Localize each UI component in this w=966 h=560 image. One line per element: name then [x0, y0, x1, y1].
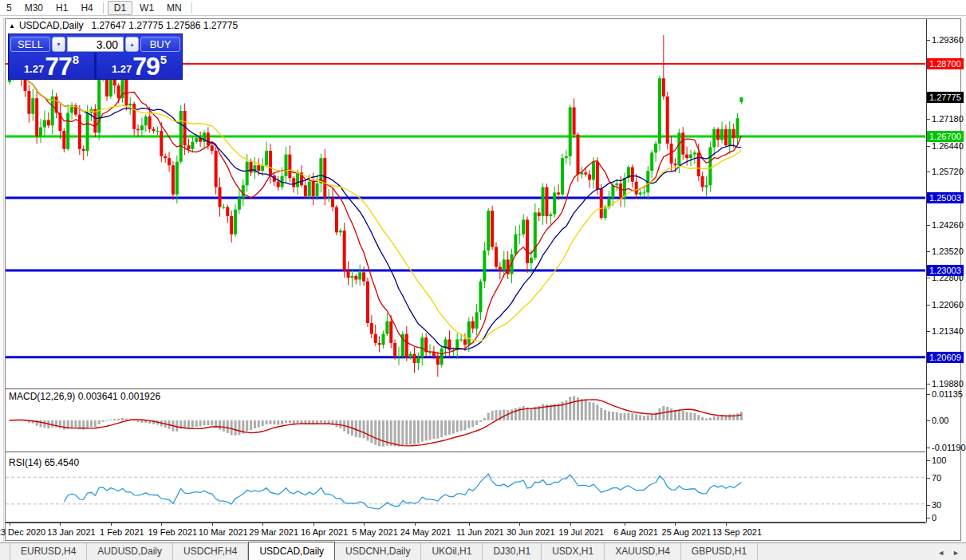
candle-body: [350, 276, 353, 278]
candle-body: [136, 129, 140, 130]
candle-body: [708, 148, 712, 186]
candle-body: [697, 152, 700, 176]
candle-body: [370, 323, 373, 334]
timeframe-button-d1[interactable]: D1: [108, 1, 132, 15]
tab-xauusd-h4[interactable]: XAUUSD,H4: [605, 543, 681, 560]
date-axis-label: 29 Mar 2021: [249, 527, 298, 537]
candle-body: [514, 235, 517, 254]
timeframe-button-m30[interactable]: M30: [19, 2, 49, 14]
tab-gbpusd-h1[interactable]: GBPUSD,H1: [681, 543, 758, 560]
collapse-icon[interactable]: ▲: [9, 22, 15, 30]
date-axis[interactable]: 23 Dec 202013 Jan 20211 Feb 202119 Feb 2…: [6, 523, 926, 540]
candle-body: [522, 219, 525, 234]
macd-hist-bar: [359, 420, 361, 438]
sell-button[interactable]: SELL: [10, 37, 50, 52]
sell-price[interactable]: 1.27 77 8: [9, 53, 94, 79]
macd-hist-bar: [137, 420, 140, 422]
buy-button[interactable]: BUY: [140, 37, 180, 52]
macd-hist-bar: [460, 420, 463, 431]
candle-body: [405, 334, 408, 358]
tab-scroll-right-icon[interactable]: ►: [952, 549, 960, 557]
ma-line-20: [10, 69, 741, 349]
macd-hist-bar: [732, 414, 735, 420]
candle-body: [526, 219, 529, 263]
candle-body: [475, 312, 479, 328]
tab-usdx-h1[interactable]: USDX,H1: [542, 543, 605, 560]
macd-hist-bar: [335, 420, 337, 427]
macd-hist-bar: [658, 408, 660, 420]
candle-body: [97, 77, 101, 132]
macd-axis-tick: [927, 448, 930, 448]
macd-hist-bar: [187, 420, 190, 428]
volume-decrease-button[interactable]: ▾: [52, 37, 65, 52]
candle-body: [716, 129, 720, 140]
macd-hist-bar: [456, 420, 459, 432]
candle-body: [685, 155, 688, 159]
macd-hist-bar: [409, 420, 412, 444]
timeframe-button-h1[interactable]: H1: [50, 2, 73, 14]
tab-audusd-daily[interactable]: AUDUSD,Daily: [87, 543, 173, 560]
price-axis-tick-label: 1.25720: [932, 167, 964, 176]
date-axis-tick: [10, 523, 10, 526]
candle-body: [242, 185, 245, 198]
rsi-canvas[interactable]: [6, 455, 925, 521]
price-axis-tick-label: 1.24260: [932, 220, 964, 230]
macd-hist-bar: [534, 407, 536, 420]
candle-body: [440, 349, 444, 365]
tab-dj30-h1[interactable]: DJ30,H1: [483, 543, 542, 560]
tab-usdchf-h4[interactable]: USDCHF,H4: [173, 543, 248, 560]
candle-body: [693, 152, 696, 154]
candle-body: [152, 129, 156, 131]
timeframe-button-w1[interactable]: W1: [134, 2, 160, 14]
date-axis-tick: [313, 523, 314, 526]
candle-body: [635, 182, 638, 195]
chart-ohlc-values: 1.27647 1.27775 1.27586 1.27775: [92, 20, 239, 31]
volume-increase-button[interactable]: ▴: [125, 37, 139, 52]
candle-body: [728, 129, 731, 145]
tab-usdcad-daily[interactable]: USDCAD,Daily: [248, 542, 335, 560]
rsi-axis-tick: [927, 518, 930, 519]
buy-price[interactable]: 1.27 79 5: [97, 53, 182, 79]
candle-body: [553, 192, 556, 214]
candle-body: [654, 144, 657, 152]
volume-input[interactable]: 3.00: [67, 37, 124, 52]
macd-hist-bar: [736, 413, 739, 420]
macd-hist-bar: [429, 420, 432, 440]
rsi-axis-tick: [927, 478, 930, 479]
candle-body: [385, 321, 388, 334]
timeframe-button-5[interactable]: 5: [1, 2, 18, 14]
candle-body: [292, 178, 295, 187]
date-axis-label: 10 Mar 2021: [199, 527, 248, 537]
macd-hist-bar: [51, 420, 53, 428]
candle-body: [491, 211, 494, 246]
tab-ukoil-h1[interactable]: UKOil,H1: [421, 543, 483, 560]
candle-body: [631, 168, 634, 182]
price-level-badge: 1.25003: [927, 192, 964, 203]
tab-usdcnh-daily[interactable]: USDCNH,Daily: [335, 543, 421, 560]
price-axis[interactable]: 1.293601.271801.264401.257201.242601.235…: [926, 19, 960, 523]
candle-body: [658, 78, 661, 144]
candle-body: [265, 151, 268, 165]
candle-body: [569, 108, 572, 156]
price-pane: [6, 32, 925, 385]
timeframe-button-h4[interactable]: H4: [75, 2, 98, 14]
candle-body: [191, 142, 194, 149]
price-chart-canvas[interactable]: [6, 32, 925, 385]
macd-hist-bar: [475, 420, 478, 425]
macd-hist-bar: [94, 420, 97, 427]
candle-body: [187, 145, 190, 149]
macd-hist-bar: [600, 408, 602, 420]
date-axis-label: 13 Jan 2021: [47, 527, 96, 537]
macd-hist-bar: [604, 410, 606, 420]
candle-body: [557, 192, 560, 194]
macd-hist-bar: [432, 420, 435, 439]
macd-hist-bar: [705, 419, 708, 420]
macd-hist-bar: [417, 420, 420, 444]
macd-hist-bar: [471, 420, 474, 427]
date-axis-label: 11 Jun 2021: [456, 527, 504, 537]
tab-scroll-left-icon[interactable]: ◄: [937, 549, 944, 557]
tab-eurusd-h4[interactable]: EURUSD,H4: [10, 543, 87, 560]
macd-hist-bar: [390, 420, 392, 446]
date-axis-tick: [675, 523, 676, 526]
timeframe-button-mn[interactable]: MN: [161, 2, 187, 14]
